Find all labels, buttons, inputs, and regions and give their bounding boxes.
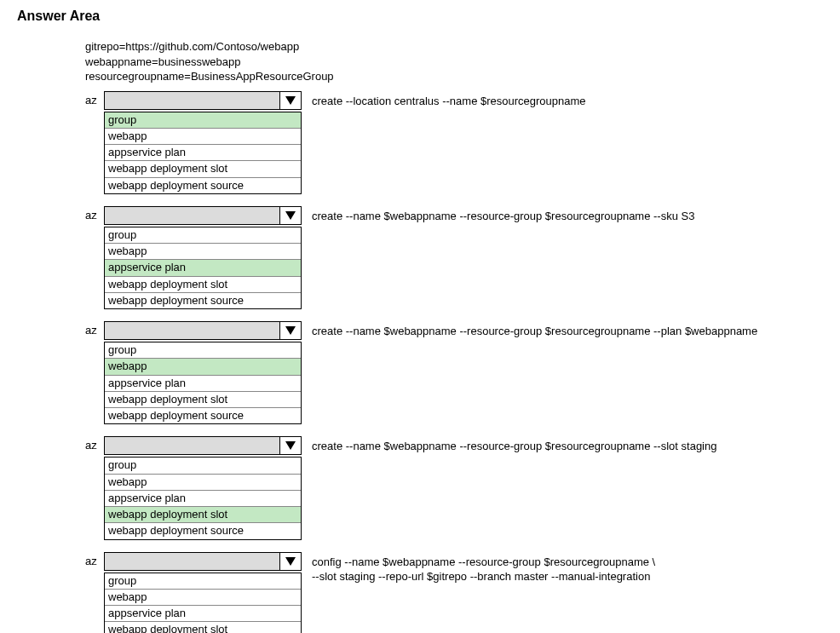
- dropdown-option[interactable]: webapp: [105, 129, 301, 145]
- svg-marker-4: [285, 557, 296, 566]
- chevron-down-icon[interactable]: [279, 322, 301, 339]
- dropdown-option[interactable]: webapp deployment source: [105, 178, 301, 193]
- dropdown-option[interactable]: webapp: [105, 244, 301, 260]
- command-block: az group webapp appservice plan webapp d…: [85, 436, 823, 539]
- dropdown-option[interactable]: group: [105, 112, 301, 129]
- variable-line: resourcegroupname=BusinessAppResourceGro…: [85, 69, 823, 84]
- dropdown-option[interactable]: group: [105, 573, 301, 590]
- chevron-down-icon[interactable]: [279, 207, 301, 224]
- command-block: az group webapp appservice plan webapp d…: [85, 321, 823, 424]
- dropdown-option[interactable]: webapp: [105, 359, 301, 375]
- command-block: az group webapp appservice plan webapp d…: [85, 552, 823, 633]
- dropdown-option[interactable]: webapp deployment source: [105, 523, 301, 538]
- dropdown-option[interactable]: webapp deployment slot: [105, 622, 301, 633]
- dropdown-option[interactable]: webapp deployment slot: [105, 161, 301, 177]
- dropdown-selector[interactable]: [104, 206, 302, 225]
- az-prefix: az: [85, 321, 104, 337]
- command-suffix: config --name $webappname --resource-gro…: [302, 552, 655, 584]
- dropdown-selector[interactable]: [104, 552, 302, 571]
- az-prefix: az: [85, 206, 104, 222]
- content-area: gitrepo=https://github.com/Contoso/webap…: [85, 39, 823, 633]
- dropdown-options: group webapp appservice plan webapp depl…: [104, 457, 302, 539]
- dropdown-option[interactable]: appservice plan: [105, 260, 301, 276]
- dropdown-selector[interactable]: [104, 321, 302, 340]
- dropdown-option[interactable]: webapp deployment slot: [105, 507, 301, 523]
- dropdown-selector[interactable]: [104, 91, 302, 110]
- variable-line: webappname=businesswebapp: [85, 55, 823, 70]
- dropdown-option[interactable]: group: [105, 457, 301, 474]
- dropdown-options: group webapp appservice plan webapp depl…: [104, 112, 302, 194]
- variable-line: gitrepo=https://github.com/Contoso/webap…: [85, 39, 823, 55]
- dropdown-option[interactable]: group: [105, 342, 301, 359]
- chevron-down-icon[interactable]: [279, 92, 301, 109]
- az-prefix: az: [85, 552, 104, 567]
- command-suffix: create --location centralus --name $reso…: [302, 91, 586, 109]
- command-suffix: create --name $webappname --resource-gro…: [302, 436, 716, 454]
- dropdown-option[interactable]: webapp deployment source: [105, 293, 301, 308]
- svg-marker-1: [285, 211, 296, 220]
- dropdown-options: group webapp appservice plan webapp depl…: [104, 573, 302, 633]
- dropdown-options: group webapp appservice plan webapp depl…: [104, 342, 302, 424]
- page-title: Answer Area: [17, 9, 823, 24]
- dropdown-option[interactable]: webapp: [105, 475, 301, 491]
- command-suffix: create --name $webappname --resource-gro…: [302, 321, 757, 339]
- dropdown-option[interactable]: appservice plan: [105, 606, 301, 622]
- variable-declarations: gitrepo=https://github.com/Contoso/webap…: [85, 39, 823, 84]
- svg-marker-0: [285, 96, 296, 105]
- az-prefix: az: [85, 91, 104, 106]
- dropdown-option[interactable]: appservice plan: [105, 145, 301, 161]
- dropdown-options: group webapp appservice plan webapp depl…: [104, 227, 302, 309]
- command-block: az group webapp appservice plan webapp d…: [85, 91, 823, 194]
- dropdown-option[interactable]: group: [105, 227, 301, 244]
- command-block: az group webapp appservice plan webapp d…: [85, 206, 823, 309]
- dropdown-option[interactable]: appservice plan: [105, 376, 301, 392]
- chevron-down-icon[interactable]: [279, 437, 301, 454]
- dropdown-selector[interactable]: [104, 436, 302, 455]
- dropdown-option[interactable]: webapp deployment slot: [105, 392, 301, 408]
- svg-marker-3: [285, 441, 296, 450]
- svg-marker-2: [285, 326, 296, 335]
- dropdown-option[interactable]: webapp deployment source: [105, 408, 301, 423]
- command-suffix: create --name $webappname --resource-gro…: [302, 206, 694, 224]
- 
: [279, 553, 301, 570]
- dropdown-option[interactable]: appservice plan: [105, 491, 301, 507]
- dropdown-option[interactable]: webapp deployment slot: [105, 277, 301, 293]
- dropdown-option[interactable]: webapp: [105, 590, 301, 606]
- az-prefix: az: [85, 436, 104, 452]
